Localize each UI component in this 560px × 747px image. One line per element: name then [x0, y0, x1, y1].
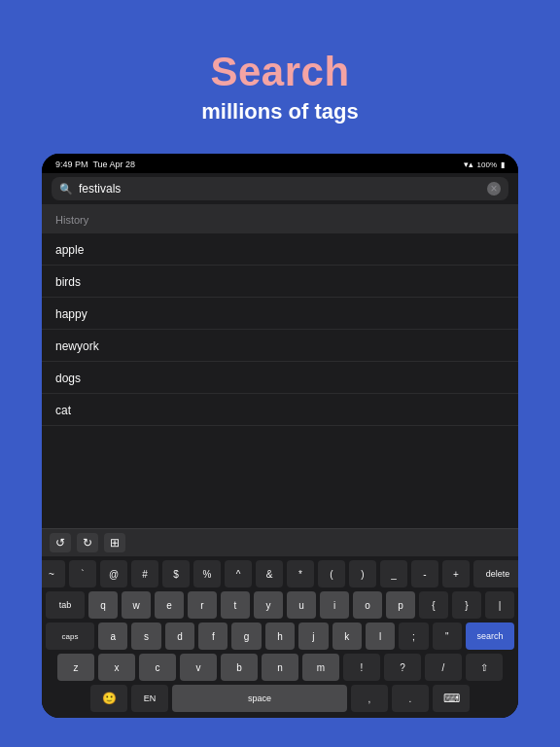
header-section: Search millions of tags	[0, 0, 560, 144]
key-m[interactable]: m	[302, 654, 339, 681]
key-t[interactable]: t	[221, 591, 250, 619]
key-h[interactable]: h	[265, 622, 295, 650]
search-bar[interactable]: 🔍 festivals ×	[52, 177, 508, 200]
search-bar-container[interactable]: 🔍 festivals ×	[42, 173, 518, 204]
key-underscore[interactable]: _	[380, 560, 407, 587]
history-item-text: newyork	[55, 339, 99, 353]
key-at[interactable]: @	[100, 560, 127, 587]
key-j[interactable]: j	[298, 622, 328, 650]
key-a[interactable]: a	[98, 622, 127, 650]
device-screen: 9:49 PM Tue Apr 28 ▾▴ 100% ▮ 🔍 festivals…	[42, 154, 518, 718]
key-row-4: z x c v b n m ! ? / ⇧	[46, 654, 514, 681]
key-rbrace[interactable]: }	[452, 591, 481, 619]
key-row-2: tab q w e r t y u i o p { } |	[46, 591, 514, 619]
key-period[interactable]: .	[392, 685, 429, 712]
list-item[interactable]: happy	[42, 298, 518, 330]
delete-key[interactable]: delete	[473, 560, 518, 587]
key-keyboard[interactable]: ⌨	[433, 685, 470, 712]
status-time-date: 9:49 PM Tue Apr 28	[55, 160, 135, 169]
key-b[interactable]: b	[221, 654, 258, 681]
history-section: History applebirdshappynewyorkdogscat	[42, 204, 518, 528]
keyboard-rows: ~ ` @ # $ % ^ & * ( ) _ - + delete	[42, 556, 518, 718]
key-d[interactable]: d	[165, 622, 194, 650]
key-plus[interactable]: +	[442, 560, 470, 587]
history-item-text: cat	[55, 404, 71, 417]
key-tilde[interactable]: ~	[42, 560, 65, 587]
key-lparen[interactable]: (	[318, 560, 345, 587]
tab-key[interactable]: tab	[46, 591, 85, 619]
key-f[interactable]: f	[198, 622, 228, 650]
key-r[interactable]: r	[188, 591, 217, 619]
device-frame: 9:49 PM Tue Apr 28 ▾▴ 100% ▮ 🔍 festivals…	[42, 154, 518, 718]
list-item[interactable]: birds	[42, 266, 518, 298]
history-label: History	[55, 214, 88, 226]
key-y[interactable]: y	[254, 591, 283, 619]
key-dollar[interactable]: $	[162, 560, 190, 587]
list-item[interactable]: apple	[42, 233, 518, 266]
key-w[interactable]: w	[122, 591, 151, 619]
key-v[interactable]: v	[180, 654, 217, 681]
search-icon: 🔍	[59, 183, 73, 196]
key-o[interactable]: o	[353, 591, 382, 619]
key-caret[interactable]: ^	[225, 560, 252, 587]
key-backtick[interactable]: `	[69, 560, 96, 587]
search-clear-button[interactable]: ×	[487, 182, 501, 196]
key-semicolon[interactable]: ;	[399, 622, 428, 650]
clipboard-button[interactable]: ⊞	[104, 533, 125, 552]
key-row-5: 🙂 EN space , . ⌨	[46, 685, 514, 712]
history-item-text: birds	[55, 275, 81, 289]
key-q[interactable]: q	[88, 591, 118, 619]
key-l[interactable]: l	[366, 622, 395, 650]
key-question[interactable]: ?	[384, 654, 421, 681]
key-pipe[interactable]: |	[485, 591, 514, 619]
key-k[interactable]: k	[332, 622, 362, 650]
redo-button[interactable]: ↻	[77, 533, 98, 552]
list-item[interactable]: cat	[42, 394, 518, 426]
key-g[interactable]: g	[231, 622, 261, 650]
keyboard-section[interactable]: ↺ ↻ ⊞ ~ ` @ # $ % ^ & * ( ) _	[42, 528, 518, 718]
key-u[interactable]: u	[287, 591, 316, 619]
search-key[interactable]: search	[466, 622, 514, 650]
key-x[interactable]: x	[98, 654, 135, 681]
history-item-text: dogs	[55, 372, 81, 385]
caps-lock-key[interactable]: caps	[46, 622, 94, 650]
list-item[interactable]: newyork	[42, 330, 518, 362]
key-star[interactable]: *	[287, 560, 314, 587]
key-comma[interactable]: ,	[351, 685, 388, 712]
battery-label: 100%	[477, 160, 497, 169]
key-lbrace[interactable]: {	[419, 591, 448, 619]
key-p[interactable]: p	[386, 591, 415, 619]
key-s[interactable]: s	[131, 622, 160, 650]
key-minus[interactable]: -	[411, 560, 438, 587]
key-i[interactable]: i	[320, 591, 349, 619]
keyboard-toolbar: ↺ ↻ ⊞	[42, 529, 518, 556]
history-item-text: apple	[55, 243, 84, 257]
key-exclaim[interactable]: !	[343, 654, 380, 681]
key-c[interactable]: c	[139, 654, 176, 681]
key-ampersand[interactable]: &	[256, 560, 283, 587]
main-title: Search	[210, 49, 349, 95]
undo-button[interactable]: ↺	[50, 533, 71, 552]
key-rparen[interactable]: )	[349, 560, 376, 587]
key-emoji[interactable]: 🙂	[90, 685, 127, 712]
status-icons: ▾▴ 100% ▮	[464, 160, 505, 169]
battery-icon: ▮	[501, 160, 505, 169]
list-item[interactable]: dogs	[42, 362, 518, 394]
key-z[interactable]: z	[57, 654, 94, 681]
key-hash[interactable]: #	[131, 560, 158, 587]
space-key[interactable]: space	[172, 685, 347, 712]
key-e[interactable]: e	[155, 591, 184, 619]
key-quote[interactable]: "	[433, 622, 462, 650]
status-bar: 9:49 PM Tue Apr 28 ▾▴ 100% ▮	[42, 154, 518, 173]
key-percent[interactable]: %	[193, 560, 221, 587]
shift-key[interactable]: ⇧	[466, 654, 503, 681]
key-slash[interactable]: /	[425, 654, 462, 681]
sub-title: millions of tags	[201, 99, 358, 124]
wifi-icon: ▾▴	[464, 160, 473, 169]
search-input[interactable]: festivals	[79, 182, 481, 196]
history-header: History	[42, 204, 518, 233]
key-lang[interactable]: EN	[131, 685, 168, 712]
key-n[interactable]: n	[262, 654, 298, 681]
key-row-3: caps a s d f g h j k l ; " search	[46, 622, 514, 650]
history-list: applebirdshappynewyorkdogscat	[42, 233, 518, 426]
